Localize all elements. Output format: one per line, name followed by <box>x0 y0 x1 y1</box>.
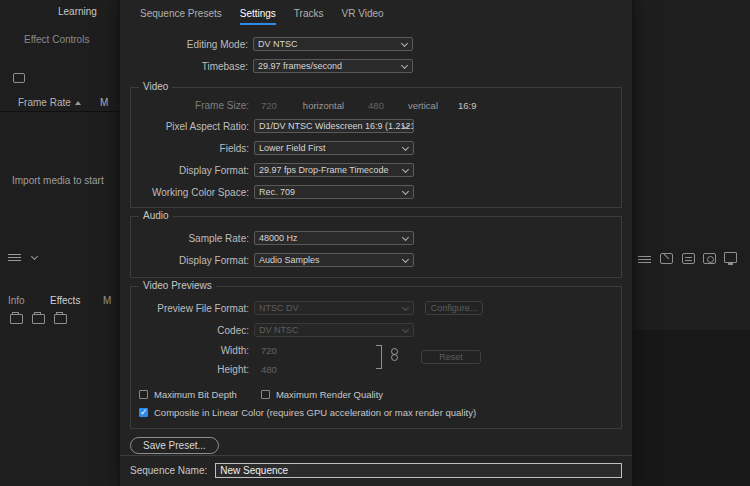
preview-height-label: Height: <box>131 364 249 375</box>
chevron-down-icon <box>401 62 408 69</box>
aspect-ratio-value: 16:9 <box>458 100 477 111</box>
audio-group-title: Audio <box>139 210 173 221</box>
chevron-down-icon <box>402 188 409 195</box>
import-hint-text: Import media to start <box>12 175 104 186</box>
frame-height-value: 480 <box>368 100 384 111</box>
save-preset-button[interactable]: Save Preset... <box>130 437 219 454</box>
horizontal-label: horizontal <box>303 100 344 111</box>
working-color-space-select[interactable]: Rec. 709 <box>254 185 414 199</box>
audio-display-format-label: Display Format: <box>131 255 249 266</box>
tab-media[interactable]: M <box>103 295 111 306</box>
video-previews-group: Video Previews Preview File Format: NTSC… <box>130 286 622 429</box>
render-options-row: Maximum Bit Depth Maximum Render Quality <box>139 389 621 400</box>
sort-caret-icon <box>75 101 81 105</box>
settings-form: Editing Mode: DV NTSC Timebase: 29.97 fr… <box>120 37 632 454</box>
clip-badge-icon <box>13 73 25 83</box>
panel-menu-icon[interactable] <box>8 252 21 263</box>
link-icon[interactable] <box>389 347 400 364</box>
max-render-quality-label: Maximum Render Quality <box>276 389 383 400</box>
bin-icon[interactable] <box>32 314 45 324</box>
chevron-down-icon <box>402 234 409 241</box>
composite-linear-checkbox[interactable] <box>139 408 148 417</box>
working-color-space-row: Working Color Space: Rec. 709 <box>131 185 621 199</box>
chevron-down-icon <box>402 326 409 333</box>
tab-info[interactable]: Info <box>8 295 25 306</box>
fields-label: Fields: <box>131 143 249 154</box>
column-divider <box>0 111 120 112</box>
timebase-label: Timebase: <box>130 61 248 72</box>
max-bit-depth-checkbox[interactable] <box>139 390 148 399</box>
editing-mode-select[interactable]: DV NTSC <box>253 37 413 51</box>
preview-height-value: 480 <box>261 364 277 375</box>
video-display-format-select[interactable]: 29.97 fps Drop-Frame Timecode <box>254 163 414 177</box>
codec-label: Codec: <box>131 325 249 336</box>
wrench-icon[interactable] <box>660 253 673 264</box>
reset-button[interactable]: Reset <box>421 350 481 364</box>
sample-rate-row: Sample Rate: 48000 Hz <box>131 231 621 245</box>
editing-mode-label: Editing Mode: <box>130 39 248 50</box>
chevron-down-icon <box>402 304 409 311</box>
chevron-down-icon <box>401 40 408 47</box>
chevron-down-icon <box>402 144 409 151</box>
tab-sequence-presets[interactable]: Sequence Presets <box>140 8 222 25</box>
sample-rate-value: 48000 Hz <box>259 233 298 243</box>
link-bracket-shape <box>376 345 382 369</box>
sample-rate-label: Sample Rate: <box>131 233 249 244</box>
chevron-down-icon <box>402 166 409 173</box>
bin-icon[interactable] <box>54 314 67 324</box>
preview-file-format-label: Preview File Format: <box>131 303 249 314</box>
pixel-aspect-ratio-label: Pixel Aspect Ratio: <box>131 121 249 132</box>
fields-value: Lower Field First <box>259 143 326 153</box>
frame-size-row: Frame Size: 720 horizontal 480 vertical … <box>131 100 621 111</box>
pixel-aspect-ratio-row: Pixel Aspect Ratio: D1/DV NTSC Widescree… <box>131 119 621 133</box>
pixel-aspect-ratio-select[interactable]: D1/DV NTSC Widescreen 16:9 (1.2121) <box>254 119 414 133</box>
preview-width-value: 720 <box>261 345 277 356</box>
configure-button[interactable]: Configure... <box>425 301 483 315</box>
editing-mode-row: Editing Mode: DV NTSC <box>130 37 622 51</box>
frame-rate-column-header[interactable]: Frame Rate <box>18 97 81 108</box>
tab-effects[interactable]: Effects <box>50 295 80 306</box>
audio-display-format-value: Audio Samples <box>259 255 320 265</box>
sample-rate-select[interactable]: 48000 Hz <box>254 231 414 245</box>
fields-select[interactable]: Lower Field First <box>254 141 414 155</box>
audio-display-format-select[interactable]: Audio Samples <box>254 253 414 267</box>
audio-group: Audio Sample Rate: 48000 Hz Display Form… <box>130 216 622 278</box>
chevron-down-icon[interactable] <box>31 253 38 260</box>
video-display-format-value: 29.97 fps Drop-Frame Timecode <box>259 165 389 175</box>
frame-size-label: Frame Size: <box>131 100 249 111</box>
preview-width-label: Width: <box>131 345 249 356</box>
composite-linear-label: Composite in Linear Color (requires GPU … <box>154 407 476 418</box>
sequence-name-label: Sequence Name: <box>130 465 207 476</box>
max-bit-depth-label: Maximum Bit Depth <box>154 389 237 400</box>
tab-settings[interactable]: Settings <box>240 8 276 25</box>
tab-effect-controls[interactable]: Effect Controls <box>24 34 89 45</box>
dialog-tabs: Sequence Presets Settings Tracks VR Vide… <box>120 0 632 25</box>
codec-select[interactable]: DV NTSC <box>254 323 414 337</box>
chevron-down-icon <box>402 256 409 263</box>
editing-mode-value: DV NTSC <box>258 39 298 49</box>
tab-tracks[interactable]: Tracks <box>294 8 324 25</box>
composite-linear-row: Composite in Linear Color (requires GPU … <box>139 407 621 418</box>
keyboard-icon[interactable] <box>682 253 695 264</box>
media-column-header[interactable]: M <box>100 97 108 108</box>
sequence-name-bar: Sequence Name: <box>120 455 632 478</box>
frame-width-value: 720 <box>261 100 277 111</box>
camera-icon[interactable] <box>703 253 716 264</box>
video-group: Video Frame Size: 720 horizontal 480 ver… <box>130 87 622 208</box>
preview-file-format-row: Preview File Format: NTSC DV Configure..… <box>131 301 621 315</box>
video-display-format-label: Display Format: <box>131 165 249 176</box>
timebase-row: Timebase: 29.97 frames/second <box>130 59 622 73</box>
audio-display-format-row: Display Format: Audio Samples <box>131 253 621 267</box>
preview-file-format-select[interactable]: NTSC DV <box>254 301 414 315</box>
max-render-quality-checkbox[interactable] <box>261 390 270 399</box>
tab-learning[interactable]: Learning <box>58 6 97 17</box>
program-monitor-panel <box>632 330 750 486</box>
sequence-name-input[interactable] <box>215 463 622 478</box>
monitor-icon[interactable] <box>724 252 737 263</box>
tab-vr-video[interactable]: VR Video <box>342 8 384 25</box>
panel-menu-icon[interactable] <box>638 254 651 265</box>
bin-icon[interactable] <box>10 314 23 324</box>
timebase-select[interactable]: 29.97 frames/second <box>253 59 413 73</box>
codec-row: Codec: DV NTSC <box>131 323 621 337</box>
timebase-value: 29.97 frames/second <box>258 61 342 71</box>
